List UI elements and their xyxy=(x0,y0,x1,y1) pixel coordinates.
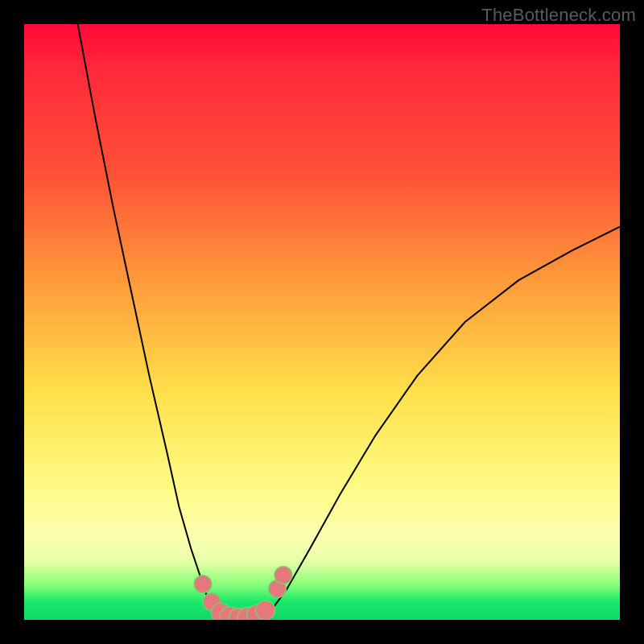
bottleneck-marker xyxy=(275,567,292,584)
bottleneck-marker xyxy=(194,576,212,593)
marker-group xyxy=(194,567,292,621)
plot-area xyxy=(24,24,620,620)
chart-frame: TheBottleneck.com xyxy=(0,0,644,644)
curve-group xyxy=(78,24,620,619)
attribution-label: TheBottleneck.com xyxy=(481,5,636,26)
chart-svg xyxy=(24,24,620,620)
bottleneck-curve xyxy=(78,24,620,619)
bottleneck-marker xyxy=(256,601,275,620)
